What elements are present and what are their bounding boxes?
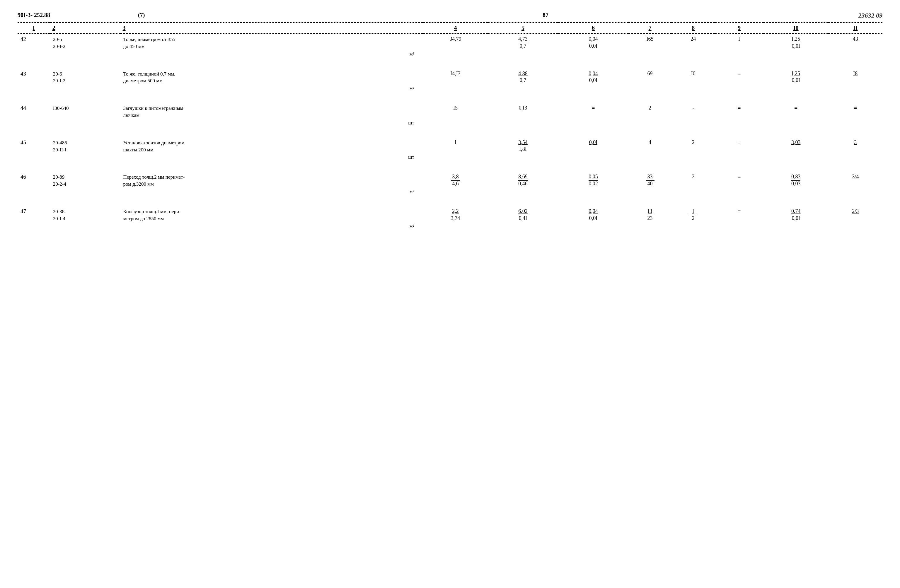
row-col10: 0,74 0,0I <box>763 206 828 232</box>
row-num: 46 <box>17 171 50 197</box>
row-col7: 33 40 <box>628 171 672 197</box>
col-header-4: 4 <box>423 23 488 33</box>
row-code: 20-48620-II-I <box>50 137 120 163</box>
row-col11: 43 <box>828 33 883 59</box>
row-code: 20-620-I-2 <box>50 68 120 94</box>
row-col7: I65 <box>628 33 672 59</box>
col-header-1: I <box>17 23 50 33</box>
doc-section: (7) <box>138 12 145 19</box>
row-col10: 3,03 <box>763 137 828 163</box>
row-col4: I <box>423 137 488 163</box>
page-number: 87 <box>543 12 548 18</box>
row-num: 44 <box>17 102 50 128</box>
row-col4: 3,8 4,6 <box>423 171 488 197</box>
row-desc: Заглушки к питометражнымлючкам шт <box>120 102 423 128</box>
column-headers: I 2 3 4 5 6 7 8 9 I0 II <box>17 23 883 33</box>
row-num: 43 <box>17 68 50 94</box>
row-code: 20-3820-I-4 <box>50 206 120 232</box>
row-desc: Переход толщ.2 мм перимет-ром д.3200 мм … <box>120 171 423 197</box>
table-row: 44 I30-640 Заглушки к питометражнымлючка… <box>17 102 883 128</box>
row-col9: = <box>715 171 763 197</box>
row-col7: 69 <box>628 68 672 94</box>
row-col6: = <box>558 102 628 128</box>
row-col4: 2,2 3,74 <box>423 206 488 232</box>
row-col11: I8 <box>828 68 883 94</box>
main-table: I 2 3 4 5 6 7 8 9 I0 II 42 20-520-I-2 То… <box>17 22 883 232</box>
row-col5: 8,69 0,46 <box>488 171 558 197</box>
table-row: 43 20-620-I-2 То же, толщиной 0,7 мм,диа… <box>17 68 883 94</box>
row-col5: 3,54 I,8I <box>488 137 558 163</box>
row-col5: 0,I3 <box>488 102 558 128</box>
col-header-8: 8 <box>672 23 715 33</box>
row-col11: 3/4 <box>828 171 883 197</box>
row-col5: 6,02 0,4I <box>488 206 558 232</box>
row-col8: - <box>672 102 715 128</box>
row-num: 42 <box>17 33 50 59</box>
row-col6: 0,0I <box>558 137 628 163</box>
doc-number: 90I-3- 252.88 <box>17 12 50 19</box>
row-col10: I,25 0,0I <box>763 68 828 94</box>
row-col8: I 2 <box>672 206 715 232</box>
row-col11: = <box>828 102 883 128</box>
row-col10: I,25 0,0I <box>763 33 828 59</box>
row-col6: 0,04 0,0I <box>558 206 628 232</box>
col-header-6: 6 <box>558 23 628 33</box>
row-col7: I3 23 <box>628 206 672 232</box>
row-col9: = <box>715 137 763 163</box>
row-col8: 24 <box>672 33 715 59</box>
page-header: 90I-3- 252.88 (7) 87 23632 09 <box>17 12 883 19</box>
row-col6: 0,04 0,0I <box>558 33 628 59</box>
row-col6: 0,05 0,02 <box>558 171 628 197</box>
row-code: I30-640 <box>50 102 120 128</box>
row-code: 20-520-I-2 <box>50 33 120 59</box>
row-col11: 2/3 <box>828 206 883 232</box>
row-col7: 2 <box>628 102 672 128</box>
row-col10: = <box>763 102 828 128</box>
row-num: 47 <box>17 206 50 232</box>
row-num: 45 <box>17 137 50 163</box>
col-header-10: I0 <box>763 23 828 33</box>
col-header-2: 2 <box>50 23 120 33</box>
col-header-9: 9 <box>715 23 763 33</box>
row-col5: 4,73 0,7 <box>488 33 558 59</box>
col-header-7: 7 <box>628 23 672 33</box>
col-header-11: II <box>828 23 883 33</box>
row-col7: 4 <box>628 137 672 163</box>
row-desc: То же, толщиной 0,7 мм,диаметром 500 мм … <box>120 68 423 94</box>
row-col5: 4,88 0,7 <box>488 68 558 94</box>
stamp: 23632 09 <box>858 12 883 19</box>
row-desc: Установка зонтов диаметромшахты 200 мм ш… <box>120 137 423 163</box>
row-col4: I5 <box>423 102 488 128</box>
table-row: 45 20-48620-II-I Установка зонтов диамет… <box>17 137 883 163</box>
row-col4: 34,79 <box>423 33 488 59</box>
stamp-area: 23632 09 <box>858 12 883 19</box>
row-col11: 3 <box>828 137 883 163</box>
row-col10: 0,83 0,03 <box>763 171 828 197</box>
row-col9: I <box>715 33 763 59</box>
row-desc: Конфузор толщ.I мм, пери-метром до 2850 … <box>120 206 423 232</box>
row-col4: I4,I3 <box>423 68 488 94</box>
table-row: 46 20-8920-2-4 Переход толщ.2 мм перимет… <box>17 171 883 197</box>
row-col9: = <box>715 206 763 232</box>
col-header-3: 3 <box>120 23 423 33</box>
row-code: 20-8920-2-4 <box>50 171 120 197</box>
table-row: 47 20-3820-I-4 Конфузор толщ.I мм, пери-… <box>17 206 883 232</box>
row-col9: = <box>715 68 763 94</box>
row-col8: 2 <box>672 137 715 163</box>
table-row: 42 20-520-I-2 То же, диаметром от 355до … <box>17 33 883 59</box>
row-col8: 2 <box>672 171 715 197</box>
row-col8: I0 <box>672 68 715 94</box>
row-col6: 0,04 0,0I <box>558 68 628 94</box>
row-desc: То же, диаметром от 355до 450 мм м² <box>120 33 423 59</box>
col-header-5: 5 <box>488 23 558 33</box>
row-col9: = <box>715 102 763 128</box>
